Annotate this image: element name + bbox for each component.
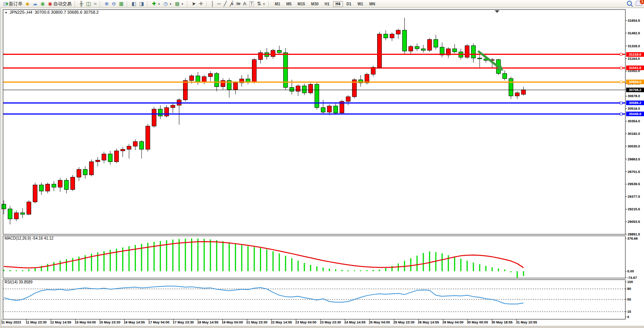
text-label-button[interactable]: T (248, 0, 255, 7)
macd-bar (410, 258, 411, 271)
candle-down (2, 204, 6, 209)
support-line-1-handle[interactable] (620, 102, 622, 104)
horizontal-line-button[interactable]: ─ (216, 0, 222, 7)
bar-chart-button[interactable]: ╫ (78, 0, 84, 7)
community-icon: ☁ (32, 0, 37, 7)
macd-bar (260, 248, 261, 271)
text-button[interactable]: A (241, 0, 248, 7)
macd-bar (147, 243, 148, 271)
trend-arrow[interactable] (478, 51, 499, 67)
macd-bar (35, 268, 36, 271)
line-chart-button[interactable]: ≈ (92, 0, 98, 7)
dropdown-arrow-icon[interactable]: ▼ (169, 3, 172, 5)
zoom-in-button[interactable]: ⊕ (103, 0, 110, 7)
indicators-button[interactable]: ✚▼ (150, 0, 162, 7)
support-line-2-price-label: 30446.6 (626, 112, 644, 116)
zoom-out-button[interactable]: ⊖ (110, 0, 118, 7)
crosshair-button[interactable]: ✛ (198, 0, 205, 7)
candle-up (258, 53, 263, 59)
arrows-button[interactable]: ⇅▼ (255, 0, 267, 7)
timeframe-mn[interactable]: MN (367, 1, 378, 7)
symbol-dropdown-icon[interactable]: ▼ (5, 11, 8, 14)
candle-up (446, 49, 450, 55)
date-tick-label: 31 May 10:55 (516, 320, 537, 324)
pivot-line-handle[interactable] (620, 81, 622, 83)
timeframe-m1[interactable]: M1 (272, 1, 283, 7)
text-icon: A (243, 0, 246, 7)
toolbar-right: 1 (627, 1, 642, 6)
community-button[interactable]: ☁ (31, 0, 39, 7)
macd-bar (279, 253, 280, 271)
templates-button[interactable]: ▩▼ (173, 0, 185, 7)
candle-down (402, 30, 406, 51)
toolbar-separator (75, 1, 77, 7)
timeframe-w1[interactable]: W1 (355, 1, 366, 7)
macd-bar (492, 267, 493, 271)
macd-indicator-label: MACD(12,26,9) -54.16 41.12 (5, 236, 53, 240)
candle-up (202, 77, 206, 82)
new-order-button[interactable]: ▤✚新订单 (2, 0, 24, 7)
candle-up (427, 40, 432, 50)
macd-bar (398, 263, 399, 271)
timeframe-m5[interactable]: M5 (284, 1, 294, 7)
toolbar-separator (268, 1, 270, 7)
candle-up (515, 93, 519, 96)
candle-down (290, 88, 294, 91)
macd-bar (385, 268, 386, 271)
resistance-line-2-handle[interactable] (620, 67, 622, 69)
macd-bar (329, 269, 330, 271)
dropdown-arrow-icon[interactable]: ▼ (181, 3, 184, 5)
macd-signal-line (4, 242, 523, 268)
dropdown-arrow-icon[interactable]: ▼ (158, 3, 160, 5)
price-tick-label: 31492.5 (628, 31, 640, 35)
macd-bar (448, 255, 449, 271)
periods-button[interactable]: ◷▼ (162, 0, 173, 7)
vertical-line-button[interactable]: │ (210, 0, 216, 7)
chart-shift-marker[interactable] (495, 10, 499, 13)
cursor-button[interactable]: ➤ (190, 0, 198, 7)
chart-canvas[interactable] (0, 0, 644, 328)
timeframe-h1[interactable]: H1 (322, 1, 332, 7)
date-tick-label: 26 May 14:55 (418, 320, 439, 324)
macd-bar (304, 263, 305, 271)
timeframe-m30[interactable]: M30 (308, 1, 321, 7)
candle-up (296, 86, 300, 91)
timeframe-d1[interactable]: D1 (344, 1, 354, 7)
auto-scroll-button[interactable]: ◧ (130, 0, 138, 7)
resistance-line-1-handle[interactable] (620, 53, 622, 56)
main-plot-border (3, 10, 625, 234)
trading-terminal: ▤✚新订单◆☁◉◉自动交易╫◫≈⊕⊖▦◧◨✚▼◷▼▩▼➤✛│─╱╱E≋FAT⇅▼… (0, 0, 644, 328)
fibonacci-button[interactable]: ≋F (234, 0, 242, 7)
macd-bar (504, 269, 505, 271)
candle-up (396, 30, 400, 34)
equidistant-channel-button[interactable]: ╱E (228, 0, 234, 7)
trendline-button[interactable]: ╱ (222, 0, 228, 7)
tile-windows-button[interactable]: ▦ (117, 0, 125, 7)
timeframe-h4[interactable]: H4 (333, 1, 343, 7)
chat-icon[interactable]: 1 (636, 1, 642, 6)
market-button[interactable]: ◆ (24, 0, 31, 7)
candle-up (58, 180, 62, 187)
macd-bar (435, 252, 437, 271)
candle-up (96, 160, 100, 162)
date-tick-label: 29 May 04:00 (442, 320, 464, 324)
chart-symbol-header[interactable]: ▼JPN225-,H4 30700.6 30800.7 30685.6 3075… (5, 10, 99, 14)
support-line-2-handle[interactable] (620, 113, 622, 115)
candle-down (139, 142, 143, 149)
auto-trading-button[interactable]: ◉自动交易 (46, 0, 73, 7)
dropdown-arrow-icon[interactable]: ▼ (263, 3, 265, 5)
macd-bar (516, 271, 518, 278)
trend-arrow-head[interactable] (496, 64, 503, 71)
candlestick-series (2, 18, 526, 224)
chart-shift-button[interactable]: ◨ (138, 0, 145, 7)
candlestick-chart-button[interactable]: ◫ (84, 0, 92, 7)
candle-down (39, 185, 43, 191)
macd-bar (291, 258, 292, 271)
macd-bar (3, 270, 5, 271)
search-icon[interactable] (627, 1, 632, 6)
timeframe-m15[interactable]: M15 (295, 1, 308, 7)
toolbar-separator (187, 1, 189, 7)
macd-bar (354, 270, 355, 271)
signals-button[interactable]: ◉ (39, 0, 46, 7)
rsi-indicator-label: RSI(14) 39.8589 (5, 280, 32, 284)
